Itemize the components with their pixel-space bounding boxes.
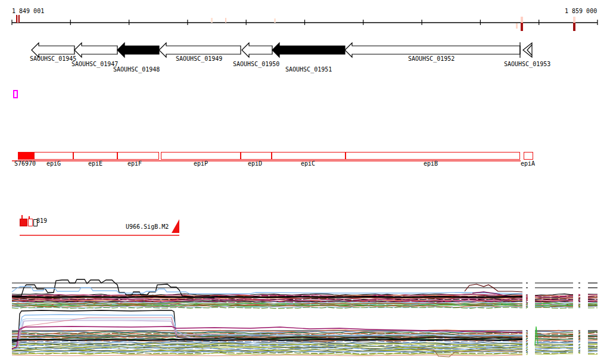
epi-segment-label: epiP	[194, 160, 208, 167]
coverage-line	[588, 346, 597, 347]
coverage-line	[535, 344, 573, 344]
gene-label: SAOUHSC_01945	[30, 55, 76, 62]
ruler-variant-mark	[225, 18, 226, 23]
coverage-line	[588, 351, 597, 352]
gene-label: SAOUHSC_01951	[285, 66, 332, 73]
epi-segment-epiD[interactable]	[241, 152, 272, 160]
ruler-variant-mark	[16, 15, 17, 23]
coverage-line	[588, 303, 597, 304]
sigb-flag-icon[interactable]	[172, 219, 179, 233]
gene-label: SAOUHSC_01947	[71, 61, 118, 67]
coverage-line	[526, 334, 528, 335]
genome-browser-canvas	[0, 0, 610, 364]
epi-segment-epiE[interactable]	[73, 152, 117, 160]
coverage-line	[588, 306, 597, 307]
coverage-line	[588, 349, 597, 350]
coverage-line	[526, 299, 528, 300]
sigb-box-1[interactable]	[28, 219, 33, 226]
coverage-line	[12, 355, 522, 356]
ruler-end-coordinate: 1 859 000	[565, 8, 597, 14]
coverage-line	[578, 334, 580, 335]
ruler-variant-mark	[18, 15, 20, 23]
epi-segment-epiB[interactable]	[346, 152, 520, 160]
gene-label: SAOUHSC_01948	[113, 66, 160, 73]
epi-segment-epiF[interactable]	[117, 152, 159, 160]
coverage-line	[578, 350, 580, 351]
epi-segment-S76970[interactable]	[18, 152, 34, 160]
sigb-box-0[interactable]	[20, 219, 27, 226]
gene-label: SAOUHSC_01952	[408, 55, 455, 62]
coverage-line	[578, 353, 580, 353]
ruler-start-coordinate: 1 849 001	[12, 8, 44, 14]
ruler-variant-mark	[573, 17, 575, 23]
epi-segment-label: epiA	[521, 160, 535, 167]
gene-arrow[interactable]	[117, 43, 159, 57]
epi-segment-label: epiF	[127, 160, 142, 167]
coverage-line	[588, 347, 597, 348]
ruler-variant-mark	[17, 15, 18, 23]
coverage-line	[12, 297, 522, 297]
ruler-variant-mark	[573, 23, 575, 31]
coverage-line	[588, 351, 597, 351]
sigb-track-label: U966.SigB.M2	[126, 223, 169, 230]
epi-segment-epiP[interactable]	[161, 152, 241, 160]
epi-segment-label: epiB	[424, 160, 438, 167]
gene-arrow[interactable]	[272, 43, 345, 57]
coverage-line	[526, 333, 528, 334]
coverage-line	[588, 333, 597, 334]
epi-segment-epiA[interactable]	[524, 152, 533, 160]
epi-segment-epiC[interactable]	[272, 152, 346, 160]
epi-segment-label: epiD	[248, 160, 262, 167]
gene-label: SAOUHSC_01953	[504, 61, 550, 67]
coverage-line	[526, 304, 528, 304]
coverage-line	[588, 298, 597, 299]
gene-label: SAOUHSC_01949	[176, 55, 222, 62]
coverage-line	[535, 352, 573, 353]
coverage-line	[535, 339, 573, 340]
coverage-line	[535, 294, 573, 295]
gene-arrow[interactable]	[242, 43, 272, 57]
ruler-variant-mark	[274, 18, 276, 23]
coverage-line	[12, 340, 522, 340]
epi-segment-label: epiE	[88, 160, 102, 167]
coverage-line	[588, 334, 597, 334]
epi-segment-epiG[interactable]	[34, 152, 73, 160]
epi-segment-label: epiG	[46, 160, 61, 167]
epi-segment-label: epiC	[301, 160, 315, 167]
ruler-variant-mark	[521, 17, 523, 23]
ruler-variant-mark	[521, 23, 523, 31]
genome-browser: 1 849 001 1 859 000 SAOUHSC_01945SAOUHSC…	[0, 0, 610, 364]
coverage-line	[588, 343, 597, 344]
coverage-line	[526, 340, 528, 341]
sigb-position-label: 819	[36, 217, 47, 224]
coverage-line	[588, 348, 597, 349]
gene-arrow[interactable]	[74, 43, 117, 57]
ruler-variant-mark	[211, 18, 213, 23]
coverage-line	[526, 306, 528, 306]
epi-segment-label: S76970	[14, 160, 36, 167]
ruler-variant-mark	[516, 23, 518, 29]
gene-label: SAOUHSC_01950	[233, 61, 279, 67]
coverage-line	[535, 354, 573, 354]
coverage-line	[588, 335, 597, 336]
cassette-marker[interactable]	[13, 90, 18, 98]
